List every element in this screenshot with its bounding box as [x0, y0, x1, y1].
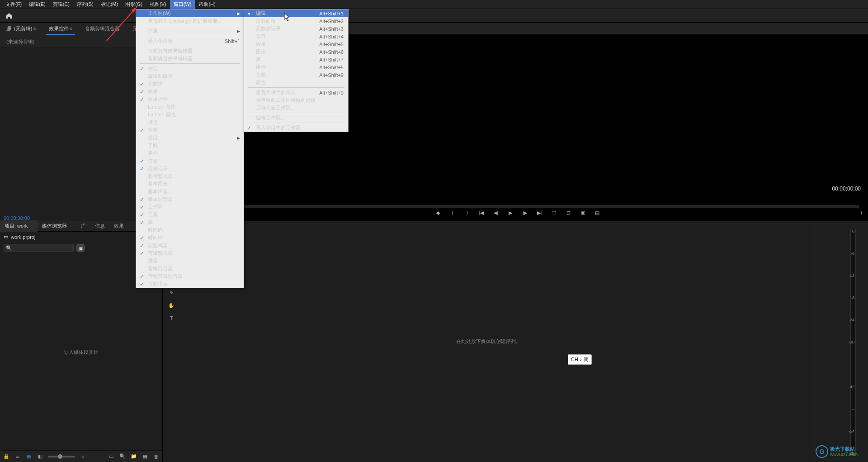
project-tab-effects[interactable]: 效果 — [109, 220, 128, 232]
tab-menu-icon[interactable]: ≡ — [28, 223, 33, 229]
menu-window[interactable]: 窗口(W) — [170, 0, 195, 9]
tab-effect-controls[interactable]: 效果控件≡ — [42, 23, 79, 35]
tab-menu-icon[interactable]: ≡ — [68, 223, 72, 229]
writable-icon[interactable]: 🔒 — [3, 453, 9, 460]
window-menu-item[interactable]: ✓历史记录 — [136, 165, 244, 172]
tab-menu-icon[interactable]: ≡ — [33, 26, 36, 31]
automate-icon[interactable]: ▭ — [108, 453, 114, 460]
audio-db-label: -18 — [849, 295, 854, 300]
window-menu-item[interactable]: ✓工具 — [136, 211, 244, 219]
play-icon[interactable]: ▶ — [506, 209, 514, 217]
window-menu-item[interactable]: ✓标记 — [136, 65, 244, 72]
pen-tool[interactable]: ✎ — [165, 288, 177, 298]
list-view-icon[interactable]: ≣ — [14, 453, 21, 460]
timeline-panel: ↖⇥⇆✂↔✎✋T 在此处放下媒体以创建序列。 — [163, 221, 814, 462]
go-in-icon[interactable]: |◀ — [477, 209, 486, 217]
window-menu-item[interactable]: Lumetri 范围 — [136, 103, 244, 111]
mark-in-icon[interactable]: ◆ — [434, 209, 442, 217]
window-menu-item[interactable]: 音轨混合器 — [136, 265, 244, 272]
window-menu-item[interactable]: Lumetri 颜色 — [136, 111, 244, 119]
project-tab-project[interactable]: 项目: work ≡ — [0, 220, 38, 232]
window-menu-item[interactable]: 时间码 — [136, 226, 244, 234]
tab-menu-icon[interactable]: ≡ — [70, 26, 72, 31]
hand-tool[interactable]: ✋ — [165, 300, 177, 310]
trash-icon[interactable]: 🗑 — [153, 453, 160, 460]
tab-source[interactable]: 源: (无剪辑)≡ — [0, 23, 42, 35]
menu-edit[interactable]: 编辑(E) — [25, 0, 49, 9]
workspace-submenu-item[interactable]: 学习Alt+Shift+4 — [244, 33, 348, 40]
workspace-submenu-item[interactable]: 图形Alt+Shift+6 — [244, 48, 348, 56]
bracket-out-icon[interactable]: } — [463, 209, 471, 217]
window-menu-item[interactable]: ✓效果 — [136, 88, 244, 95]
menu-marker[interactable]: 标记(M) — [97, 0, 122, 9]
window-menu-item[interactable]: ✓字幕 — [136, 126, 244, 134]
window-menu-item[interactable]: ✓媒体浏览器 — [136, 195, 244, 203]
compare-icon[interactable]: ▤ — [593, 209, 601, 217]
window-menu-item[interactable]: ✓库 — [136, 219, 244, 226]
window-menu-item[interactable]: 事件 — [136, 149, 244, 157]
menu-file[interactable]: 文件(F) — [2, 0, 25, 9]
window-menu-item[interactable]: ✓时间轴 — [136, 234, 244, 242]
new-bin-icon[interactable]: 📁 — [130, 453, 137, 460]
workspace-submenu-item[interactable]: 重置为保存的布局Alt+Shift+0 — [244, 89, 348, 96]
ime-indicator[interactable]: CH ♪ 简 — [568, 354, 592, 365]
icon-view-icon[interactable]: ▦ — [25, 453, 32, 460]
window-menu-item[interactable]: ✓节目监视器 — [136, 249, 244, 257]
home-icon[interactable] — [4, 10, 14, 21]
window-menu-item[interactable]: 基本声音 — [136, 188, 244, 195]
menu-view[interactable]: 视图(V) — [146, 0, 170, 9]
project-tab-mediabrowser[interactable]: 媒体浏览器 ≡ — [38, 220, 76, 232]
window-menu-item[interactable]: ✓元数据 — [136, 80, 244, 88]
window-menu-item[interactable]: 最大化框架Shift+` — [136, 37, 244, 45]
new-item-icon[interactable]: ▦ — [142, 453, 148, 460]
workspace-submenu-item[interactable]: 元数据记录Alt+Shift+3 — [244, 25, 348, 33]
project-tab-info[interactable]: 信息 — [90, 220, 109, 232]
find-icon[interactable]: 🔍 — [119, 453, 126, 460]
zoom-slider[interactable] — [48, 456, 75, 457]
window-menu-item[interactable]: 参考监视器 — [136, 172, 244, 180]
workspace-submenu-item[interactable]: 编辑工作区... — [244, 114, 348, 122]
workspace-submenu-item[interactable]: ●编辑Alt+Shift+1 — [244, 10, 348, 17]
step-back-icon[interactable]: ◀| — [492, 209, 500, 217]
workspace-submenu-item[interactable]: ✓导入项目中的工作区 — [244, 124, 348, 132]
project-search-input[interactable]: 🔍 — [4, 244, 74, 252]
menu-sequence[interactable]: 序列(S) — [73, 0, 97, 9]
window-menu-item[interactable]: ✓音频剪辑混合器 — [136, 272, 244, 280]
bracket-in-icon[interactable]: { — [448, 209, 457, 217]
go-out-icon[interactable]: ▶| — [535, 209, 543, 217]
window-menu-item[interactable]: 编辑到磁带 — [136, 72, 244, 80]
tab-audio-clip-mixer[interactable]: 音频剪辑混合器 — [79, 23, 126, 35]
workspace-submenu-item[interactable]: 所有面板Alt+Shift+2 — [244, 17, 348, 25]
window-menu-item[interactable]: ✓工作区 — [136, 203, 244, 211]
window-menu-item[interactable]: 了解 — [136, 142, 244, 149]
menu-clip[interactable]: 剪辑(C) — [49, 0, 73, 9]
add-button-icon[interactable]: + — [860, 209, 863, 216]
window-menu-item[interactable]: ✓效果控件 — [136, 95, 244, 103]
window-menu-item[interactable]: ✓信息 — [136, 157, 244, 165]
menu-graphics[interactable]: 图形(G) — [122, 0, 146, 9]
lift-icon[interactable]: ⬚ — [550, 209, 558, 217]
freeform-view-icon[interactable]: ◧ — [37, 453, 43, 460]
workspace-submenu-item[interactable]: 效果Alt+Shift+5 — [244, 40, 348, 48]
menu-help[interactable]: 帮助(H) — [195, 0, 219, 9]
window-menu-item[interactable]: 查找有关 Exchange 的扩展功能... — [136, 17, 244, 25]
project-tab-library[interactable]: 库 — [76, 220, 90, 232]
extract-icon[interactable]: ⊟ — [564, 209, 572, 217]
window-menu-item[interactable]: 工作区(W)▶ — [136, 10, 244, 17]
workspace-submenu-item[interactable]: 音频Alt+Shift+9 — [244, 71, 348, 79]
workspace-submenu-item[interactable]: 库Alt+Shift+7 — [244, 56, 348, 63]
window-menu-item[interactable]: ✓音频仪表 — [136, 280, 244, 288]
window-menu-item[interactable]: ✓源监视器 — [136, 242, 244, 249]
window-menu-item[interactable]: 基本图形 — [136, 180, 244, 188]
sort-icon[interactable]: ≡ — [80, 453, 86, 460]
window-menu-item[interactable]: 捕捉 — [136, 119, 244, 126]
window-menu-item[interactable]: 项目▶ — [136, 134, 244, 142]
workspace-submenu-item[interactable]: 颜色 — [244, 79, 348, 86]
workspace-submenu-item[interactable]: 另存为新工作区... — [244, 104, 348, 112]
create-preview-icon[interactable]: ▣ — [76, 244, 85, 252]
type-tool[interactable]: T — [165, 313, 177, 323]
window-menu-item[interactable]: 进度 — [136, 257, 244, 265]
workspace-submenu-item[interactable]: 组件Alt+Shift+8 — [244, 63, 348, 71]
step-fwd-icon[interactable]: |▶ — [521, 209, 529, 217]
camera-icon[interactable]: ▣ — [579, 209, 587, 217]
